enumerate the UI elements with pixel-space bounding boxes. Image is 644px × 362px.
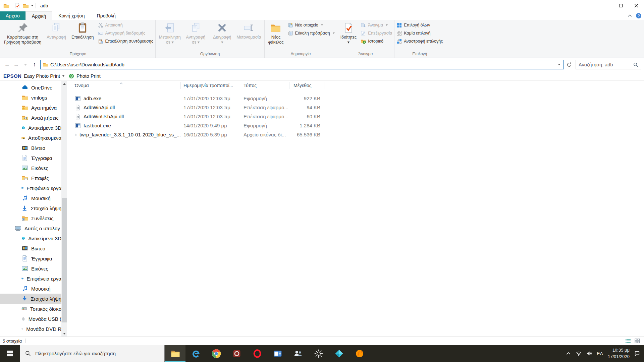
pin-to-quick-access-button[interactable]: Καρφίτσωμα στηΓρήγορη πρόσβαση: [1, 20, 44, 51]
taskbar-app-chrome[interactable]: [206, 345, 226, 362]
sidebar-scrollbar[interactable]: [61, 81, 67, 337]
thumbnail-view-button[interactable]: [633, 338, 641, 344]
file-name-cell[interactable]: fastboot.exe: [69, 123, 181, 129]
file-row[interactable]: fastboot.exe14/01/2020 9:49 μμΕφαρμογή1.…: [69, 121, 644, 130]
sidebar-item-pc-objects-3d[interactable]: Αντικείμενα 3D: [0, 233, 61, 243]
copy-button[interactable]: Αντιγραφή: [44, 20, 69, 51]
header-date-modified[interactable]: Ημερομηνία τροποποί...: [181, 82, 240, 89]
properties-button[interactable]: Ιδιότητες▾: [338, 20, 359, 51]
sidebar-item-favorites[interactable]: Αγαπημένα: [0, 103, 61, 113]
file-row[interactable]: AdbWinUsbApi.dll17/01/2020 12:03 πμΕπέκτ…: [69, 112, 644, 121]
close-button[interactable]: [629, 0, 644, 11]
details-view-button[interactable]: [624, 338, 632, 344]
sidebar-item-dvd-drive[interactable]: Μονάδα DVD R: [0, 324, 61, 334]
taskbar-app-firefox[interactable]: [349, 345, 370, 362]
forward-button[interactable]: →: [12, 60, 21, 69]
taskbar-app-edge[interactable]: [185, 345, 206, 362]
sidebar-item-local-disk[interactable]: Τοπικός δίσκο: [0, 304, 61, 314]
action-center-icon[interactable]: [634, 351, 640, 356]
copy-to-button[interactable]: Αντιγραφήσε ▾: [183, 20, 208, 51]
cut-button[interactable]: Αποκοπή: [98, 22, 153, 28]
file-name-cell[interactable]: twrp_lavender_3.3.1_10-01-2020_blue_ss_.…: [69, 132, 181, 138]
photo-print-label[interactable]: Photo Print: [76, 73, 101, 79]
sidebar-item-desktop[interactable]: Επιφάνεια εργα: [0, 183, 61, 193]
wifi-icon[interactable]: [576, 351, 582, 356]
sidebar-item-music[interactable]: Μουσική: [0, 193, 61, 203]
file-row[interactable]: adb.exe17/01/2020 12:03 πμΕφαρμογή922 KB: [69, 94, 644, 103]
tab-view[interactable]: Προβολή: [91, 11, 122, 20]
sidebar-item-videos[interactable]: Βίντεο: [0, 143, 61, 153]
file-row[interactable]: AdbWinApi.dll17/01/2020 12:03 πμΕπέκταση…: [69, 103, 644, 112]
paste-shortcut-button[interactable]: Επικόλληση συντόμευσης: [98, 38, 153, 45]
file-row[interactable]: twrp_lavender_3.3.1_10-01-2020_blue_ss_.…: [69, 130, 644, 139]
sidebar-item-libraries[interactable]: Βιβλιοθήκες: [0, 334, 61, 337]
sidebar-item-pc-documents[interactable]: Έγγραφα: [0, 253, 61, 263]
start-button[interactable]: [0, 345, 20, 362]
taskbar-app-sun-app[interactable]: [308, 345, 329, 362]
header-size[interactable]: Μέγεθος: [289, 82, 324, 89]
sidebar-item-pc-music[interactable]: Μουσική: [0, 284, 61, 294]
show-hidden-icons-icon[interactable]: [566, 351, 571, 356]
sidebar-item-saved-games[interactable]: Αποθηκευμένα: [0, 133, 61, 143]
sidebar-item-documents[interactable]: Έγγραφα: [0, 153, 61, 163]
header-name[interactable]: Όνομα: [69, 82, 181, 89]
new-folder-button[interactable]: Νέοςφάκελος: [265, 20, 286, 51]
copy-path-button[interactable]: Αντιγραφή διαδρομής: [98, 30, 153, 37]
taskbar-app-red-app[interactable]: [226, 345, 247, 362]
back-button[interactable]: ←: [3, 60, 12, 69]
sidebar-item-pc-desktop[interactable]: Επιφάνεια εργα: [0, 274, 61, 284]
search-box[interactable]: Αναζήτηση: adb: [576, 60, 641, 69]
address-dropdown-icon[interactable]: [555, 60, 564, 69]
easy-access-button[interactable]: Εύκολη πρόσβαση: [288, 30, 335, 37]
recent-locations-icon[interactable]: [21, 60, 30, 69]
new-item-button[interactable]: Νέο στοιχείο: [288, 22, 335, 28]
sidebar-item-searches[interactable]: Αναζητήσεις: [0, 113, 61, 123]
open-button[interactable]: Άνοιγμα: [361, 22, 392, 28]
taskbar-app-file-explorer[interactable]: [165, 345, 185, 362]
help-icon[interactable]: ?: [636, 13, 641, 18]
scroll-up-icon[interactable]: [61, 81, 67, 87]
file-name-cell[interactable]: adb.exe: [69, 96, 181, 102]
file-name-cell[interactable]: AdbWinApi.dll: [69, 105, 181, 111]
address-bar[interactable]: C:\Users\user\Downloads\adb\adb: [40, 60, 564, 69]
taskbar-app-mail-app[interactable]: [267, 345, 288, 362]
scrollbar-thumb[interactable]: [62, 198, 67, 322]
collapse-ribbon-icon[interactable]: [628, 14, 632, 17]
history-button[interactable]: Ιστορικό: [361, 38, 392, 45]
sidebar-item-objects-3d[interactable]: Αντικείμενα 3D: [0, 123, 61, 133]
sidebar-item-downloads[interactable]: Στοιχεία λήψη: [0, 203, 61, 213]
sidebar-item-onedrive[interactable]: OneDrive: [0, 82, 61, 93]
taskbar-search[interactable]: Πληκτρολογήστε εδώ για αναζήτηση: [20, 345, 165, 362]
tab-file[interactable]: Αρχείο: [0, 11, 25, 20]
delete-button[interactable]: Διαγραφή▾: [210, 20, 234, 51]
taskbar-app-diamond-app[interactable]: [329, 345, 349, 362]
folder-icon[interactable]: [23, 3, 29, 9]
sidebar-item-pc-pictures[interactable]: Εικόνες: [0, 263, 61, 274]
paste-button[interactable]: Επικόλληση: [69, 20, 97, 51]
refresh-button[interactable]: [565, 60, 574, 69]
up-button[interactable]: ↑: [30, 60, 39, 69]
sidebar-item-contacts[interactable]: Επαφές: [0, 173, 61, 183]
taskbar-app-people[interactable]: [288, 345, 308, 362]
clock[interactable]: 10:35 μμ 17/01/2020: [608, 347, 630, 360]
sidebar-item-pictures[interactable]: Εικόνες: [0, 163, 61, 173]
properties-icon[interactable]: [14, 3, 20, 9]
select-all-button[interactable]: Επιλογή όλων: [396, 22, 443, 28]
tab-share[interactable]: Κοινή χρήση: [52, 11, 91, 20]
tab-home[interactable]: Αρχική: [25, 11, 53, 20]
language-indicator[interactable]: ΕΛ: [597, 351, 603, 356]
file-name-cell[interactable]: AdbWinUsbApi.dll: [69, 114, 181, 120]
epson-dropdown-icon[interactable]: [62, 75, 64, 77]
volume-icon[interactable]: [586, 351, 592, 356]
address-text[interactable]: C:\Users\user\Downloads\adb\adb: [50, 62, 124, 67]
taskbar-app-opera[interactable]: [247, 345, 267, 362]
invert-selection-button[interactable]: Αναστροφή επιλογής: [396, 38, 443, 45]
sidebar-item-vmlogs[interactable]: vmlogs: [0, 93, 61, 103]
qat-dropdown-icon[interactable]: [31, 5, 33, 6]
sidebar-item-pc-videos[interactable]: Βίντεο: [0, 243, 61, 253]
sidebar-item-this-pc[interactable]: Αυτός ο υπολογ: [0, 223, 61, 233]
rename-button[interactable]: Μετονομασία: [234, 20, 264, 51]
move-to-button[interactable]: Μετακίνησησε ▾: [156, 20, 183, 51]
maximize-button[interactable]: [613, 0, 629, 11]
epson-product-label[interactable]: Easy Photo Print: [24, 73, 60, 79]
